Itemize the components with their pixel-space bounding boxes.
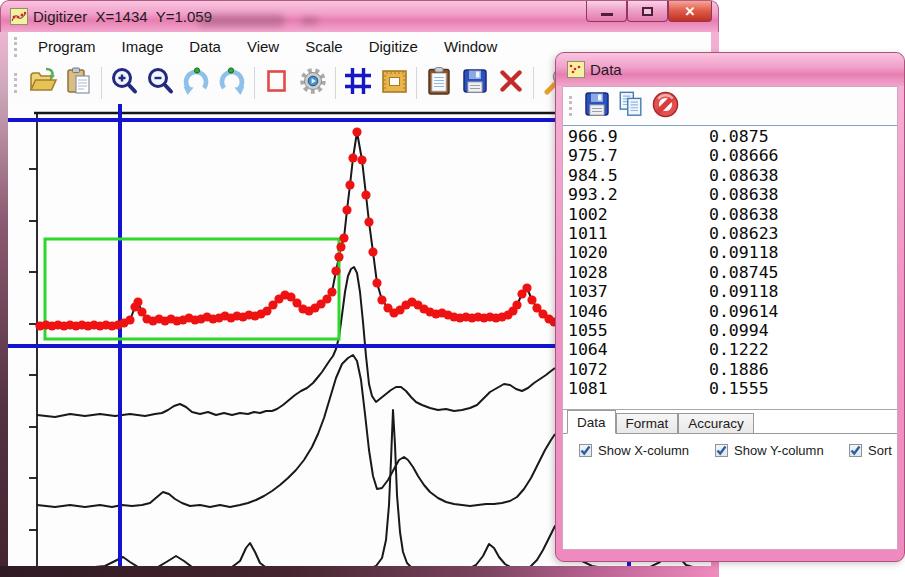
blur-artifact <box>301 17 318 25</box>
minimize-button[interactable] <box>586 1 627 22</box>
close-button[interactable]: ✕ <box>668 1 712 22</box>
data-row[interactable]: 10460.09614 <box>563 302 897 321</box>
tab-format[interactable]: Format <box>616 413 679 433</box>
window-controls: ✕ <box>586 1 712 22</box>
rotate-ccw-button[interactable] <box>178 65 214 101</box>
save-button[interactable] <box>457 65 493 101</box>
data-toolbar-grip[interactable] <box>569 96 572 116</box>
data-row[interactable]: 10370.09118 <box>563 282 897 301</box>
x-value: 1028 <box>563 263 709 282</box>
data-row[interactable]: 975.70.08666 <box>563 146 897 165</box>
menu-data[interactable]: Data <box>176 32 234 62</box>
data-window-body: 966.90.0875975.70.08666984.50.08638993.2… <box>562 86 898 550</box>
y-value: 0.0875 <box>709 127 897 146</box>
x-value: 984.5 <box>563 166 709 185</box>
checkbox-show-y-column[interactable]: Show Y-column <box>715 443 824 458</box>
checkbox-show-x-column[interactable]: Show X-column <box>579 443 689 458</box>
x-value: 1064 <box>563 340 709 359</box>
toolbar-separator <box>335 67 336 99</box>
y-value: 0.09118 <box>709 282 897 301</box>
data-row[interactable]: 966.90.0875 <box>563 127 897 146</box>
data-window-title: Data <box>590 61 622 78</box>
open-button[interactable] <box>25 65 61 101</box>
x-value: 1072 <box>563 360 709 379</box>
y-value: 0.1886 <box>709 360 897 379</box>
options-row: Show X-columnShow Y-columnSort <box>563 443 897 469</box>
x-value: 975.7 <box>563 146 709 165</box>
menu-program[interactable]: Program <box>25 32 109 62</box>
checkbox-box[interactable] <box>579 444 592 457</box>
tab-accuracy[interactable]: Accuracy <box>678 413 754 433</box>
menu-view[interactable]: View <box>234 32 292 62</box>
data-row[interactable]: 10550.0994 <box>563 321 897 340</box>
y-value: 0.09614 <box>709 302 897 321</box>
stop-button[interactable] <box>648 89 682 123</box>
x-value: 1011 <box>563 224 709 243</box>
data-row[interactable]: 10720.1886 <box>563 360 897 379</box>
minimize-icon <box>601 13 613 16</box>
toolbar-separator <box>416 67 417 99</box>
toolbar-grip[interactable] <box>14 73 17 93</box>
x-value: 993.2 <box>563 185 709 204</box>
data-row[interactable]: 984.50.08638 <box>563 166 897 185</box>
data-row[interactable]: 10200.09118 <box>563 243 897 262</box>
blur-artifact <box>197 14 285 27</box>
zoom-out-button[interactable] <box>142 65 178 101</box>
digitizer-app-icon <box>10 8 28 29</box>
menu-window[interactable]: Window <box>431 32 510 62</box>
copy-button[interactable] <box>614 89 648 123</box>
checkbox-label: Show Y-column <box>734 443 824 458</box>
x-value: 966.9 <box>563 127 709 146</box>
toolbar-separator <box>533 67 534 99</box>
checkbox-label: Sort <box>868 443 892 458</box>
clipboard-icon <box>424 66 454 100</box>
gear-button[interactable] <box>295 65 331 101</box>
ruler-button[interactable] <box>376 65 412 101</box>
rotate-cw-icon <box>217 66 247 100</box>
clipboard-button[interactable] <box>421 65 457 101</box>
axes-button[interactable] <box>340 65 376 101</box>
x-value: 1081 <box>563 379 709 398</box>
paste-icon <box>64 66 94 100</box>
data-toolbar <box>563 87 897 125</box>
window-border-left <box>0 32 8 566</box>
x-value: 1046 <box>563 302 709 321</box>
open-icon <box>28 66 58 100</box>
menu-scale[interactable]: Scale <box>292 32 356 62</box>
y-value: 0.09118 <box>709 243 897 262</box>
tab-data[interactable]: Data <box>567 410 616 434</box>
data-row[interactable]: 10280.08745 <box>563 263 897 282</box>
rotate-cw-button[interactable] <box>214 65 250 101</box>
data-row[interactable]: 993.20.08638 <box>563 185 897 204</box>
capture-rect-button[interactable] <box>259 65 295 101</box>
save-icon <box>582 89 612 123</box>
paste-button[interactable] <box>61 65 97 101</box>
tab-strip: DataFormatAccuracy <box>563 410 897 434</box>
y-value: 0.08623 <box>709 224 897 243</box>
maximize-button[interactable] <box>627 1 668 22</box>
delete-button[interactable] <box>493 65 529 101</box>
data-row[interactable]: 10020.08638 <box>563 205 897 224</box>
menubar-grip[interactable] <box>14 37 17 57</box>
capture-rect-icon <box>262 66 292 100</box>
maximize-icon <box>642 7 653 16</box>
checkbox-sort[interactable]: Sort <box>849 443 892 458</box>
gear-icon <box>298 66 328 100</box>
y-value: 0.08638 <box>709 185 897 204</box>
y-value: 0.1555 <box>709 379 897 398</box>
toolbar-separator <box>101 67 102 99</box>
data-row[interactable]: 10640.1222 <box>563 340 897 359</box>
checkbox-box[interactable] <box>849 444 862 457</box>
data-list[interactable]: 966.90.0875975.70.08666984.50.08638993.2… <box>563 127 897 399</box>
zoom-in-button[interactable] <box>106 65 142 101</box>
menu-image[interactable]: Image <box>109 32 177 62</box>
checkbox-box[interactable] <box>715 444 728 457</box>
save-button[interactable] <box>580 89 614 123</box>
data-row[interactable]: 10110.08623 <box>563 224 897 243</box>
data-titlebar[interactable]: Data <box>556 53 904 86</box>
data-row[interactable]: 10810.1555 <box>563 379 897 398</box>
y-value: 0.08638 <box>709 166 897 185</box>
menu-digitize[interactable]: Digitize <box>356 32 431 62</box>
y-value: 0.08745 <box>709 263 897 282</box>
digitizer-titlebar[interactable]: Digitizer X=1434 Y=1.059 ✕ <box>0 0 719 32</box>
